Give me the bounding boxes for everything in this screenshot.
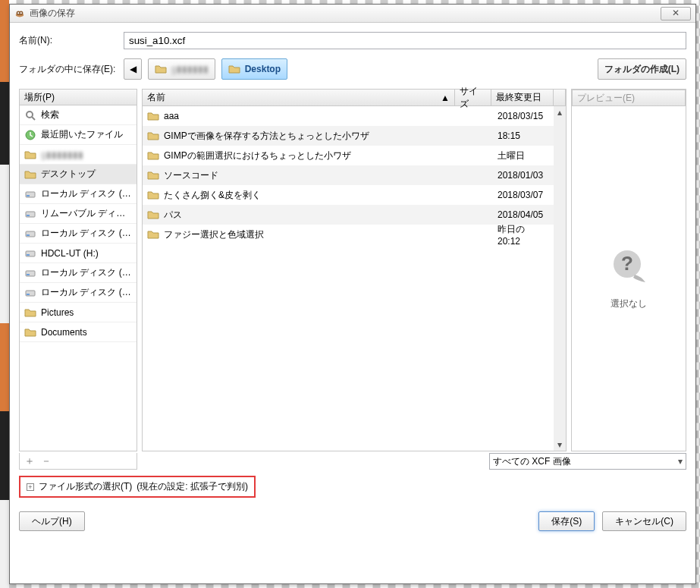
cancel-button[interactable]: キャンセル(C) — [602, 511, 686, 531]
column-spacer — [554, 90, 566, 105]
places-panel: 場所(P) 検索最近開いたファイルg▮▮▮▮▮▮▮デスクトップローカル ディスク… — [19, 89, 137, 451]
files-header: 名前 ▲ サイズ 最終変更日 — [143, 90, 566, 106]
file-row[interactable]: ファジー選択と色域選択昨日の 20:12 — [143, 225, 554, 244]
svg-text:?: ? — [621, 252, 633, 275]
chevron-down-icon: ▾ — [678, 456, 683, 467]
places-header: 場所(P) — [19, 89, 137, 105]
disk-icon — [24, 188, 36, 200]
places-toolbar: ＋ － — [19, 453, 137, 470]
svg-rect-13 — [27, 234, 30, 236]
file-date: 昨日の 20:12 — [493, 223, 554, 247]
places-item[interactable]: ローカル ディスク (… — [20, 184, 137, 204]
places-list[interactable]: 検索最近開いたファイルg▮▮▮▮▮▮▮デスクトップローカル ディスク (…リムー… — [19, 105, 137, 451]
path-segment-label: g▮▮▮▮▮▮ — [171, 64, 209, 74]
places-item[interactable]: HDCL-UT (H:) — [20, 244, 137, 263]
file-row[interactable]: ソースコード2018/01/03 — [143, 165, 554, 185]
places-item[interactable]: g▮▮▮▮▮▮▮ — [20, 145, 137, 165]
close-button[interactable]: ✕ — [661, 7, 691, 20]
svg-point-4 — [20, 12, 22, 14]
file-name-label: パス — [164, 209, 182, 222]
svg-rect-19 — [27, 294, 30, 295]
disk-icon — [24, 228, 36, 240]
file-row[interactable]: GIMPで画像を保存する方法とちょっとした小ワザ18:15 — [143, 126, 554, 146]
folder-icon — [24, 168, 36, 181]
save-button[interactable]: 保存(S) — [538, 511, 595, 531]
name-label: 名前(N): — [19, 34, 118, 47]
preview-body: ? 選択なし — [572, 106, 686, 451]
places-item-label: ローカル ディスク (… — [41, 286, 131, 299]
places-item[interactable]: リムーバブル ディ… — [20, 204, 137, 224]
file-date: 2018/03/07 — [493, 190, 554, 200]
scrollbar[interactable]: ▴ ▾ — [554, 106, 566, 451]
path-segment-desktop[interactable]: Desktop — [221, 58, 287, 80]
file-row[interactable]: パス2018/04/05 — [143, 205, 554, 225]
folder-icon — [147, 130, 159, 142]
bottom-row: ＋ － すべての XCF 画像 ▾ — [19, 453, 686, 470]
disk-icon — [24, 287, 36, 299]
filetype-label: ファイル形式の選択(T) — [39, 480, 132, 493]
folder-row: フォルダの中に保存(E): ◀ g▮▮▮▮▮▮ Desktop フォルダの作成(… — [19, 58, 686, 80]
svg-line-6 — [32, 117, 35, 120]
question-icon: ? — [609, 247, 648, 287]
disk-icon — [24, 208, 36, 220]
file-row[interactable]: たくさん捌く&皮を剥く2018/03/07 — [143, 185, 554, 205]
places-item-label: HDCL-UT (H:) — [41, 248, 99, 259]
places-item-label: Documents — [41, 327, 87, 338]
sort-asc-icon: ▲ — [441, 93, 450, 103]
places-item[interactable]: デスクトップ — [20, 165, 137, 184]
help-button[interactable]: ヘルプ(H) — [19, 511, 85, 531]
svg-rect-15 — [27, 254, 30, 256]
places-item[interactable]: 最近開いたファイル — [20, 125, 137, 145]
file-type-filter[interactable]: すべての XCF 画像 ▾ — [489, 453, 686, 470]
places-item[interactable]: Documents — [20, 322, 137, 342]
create-folder-button[interactable]: フォルダの作成(L) — [598, 58, 686, 80]
remove-icon[interactable]: － — [41, 454, 52, 468]
search-icon — [24, 109, 36, 121]
folder-icon — [147, 149, 159, 162]
file-date: 2018/03/15 — [493, 111, 554, 121]
path-back-button[interactable]: ◀ — [124, 58, 142, 80]
chevron-left-icon: ◀ — [130, 64, 137, 74]
desktop-background-strip — [0, 0, 9, 588]
column-size[interactable]: サイズ — [455, 90, 491, 105]
file-row[interactable]: GIMPの範囲選択におけるちょっとした小ワザ土曜日 — [143, 146, 554, 165]
name-row: 名前(N): — [19, 32, 686, 49]
places-item[interactable]: Pictures — [20, 303, 137, 322]
folder-icon — [147, 110, 159, 122]
folder-icon — [228, 63, 240, 75]
folder-icon — [147, 228, 159, 241]
places-item[interactable]: ローカル ディスク (… — [20, 224, 137, 244]
filename-input[interactable] — [124, 32, 686, 49]
svg-point-5 — [27, 112, 33, 118]
folder-icon — [24, 326, 36, 338]
preview-header: プレビュー(E) — [572, 90, 686, 106]
folder-icon — [24, 149, 36, 161]
folder-icon — [147, 169, 159, 181]
filetype-expander[interactable]: + ファイル形式の選択(T) (現在の設定: 拡張子で判別) — [19, 476, 256, 498]
places-item[interactable]: ローカル ディスク (… — [20, 283, 137, 303]
folder-icon — [147, 189, 159, 201]
svg-rect-11 — [27, 215, 30, 216]
places-item-label: ローカル ディスク (… — [41, 227, 131, 240]
file-row[interactable]: aaa2018/03/15 — [143, 106, 554, 126]
path-segment-label: Desktop — [245, 64, 281, 74]
add-icon[interactable]: ＋ — [24, 454, 35, 468]
places-item-label: Pictures — [41, 307, 74, 318]
places-item-label: 検索 — [41, 108, 59, 121]
path-segment-user[interactable]: g▮▮▮▮▮▮ — [148, 58, 215, 80]
files-panel: 名前 ▲ サイズ 最終変更日 aaa2018/03/15GIMPで画像を保存する… — [142, 89, 567, 451]
file-list[interactable]: aaa2018/03/15GIMPで画像を保存する方法とちょっとした小ワザ18:… — [143, 106, 554, 451]
svg-rect-9 — [27, 195, 30, 197]
column-name[interactable]: 名前 ▲ — [143, 90, 455, 105]
app-icon — [14, 8, 25, 19]
filetype-hint: (現在の設定: 拡張子で判別) — [137, 480, 248, 493]
scroll-up-icon[interactable]: ▴ — [554, 106, 566, 118]
file-name-label: ソースコード — [164, 169, 218, 182]
file-name-label: たくさん捌く&皮を剥く — [164, 189, 261, 202]
filter-label: すべての XCF 画像 — [493, 455, 571, 468]
file-date: 18:15 — [493, 130, 554, 141]
places-item[interactable]: ローカル ディスク (… — [20, 263, 137, 283]
places-item[interactable]: 検索 — [20, 105, 137, 125]
column-modified[interactable]: 最終変更日 — [491, 90, 554, 105]
scroll-down-icon[interactable]: ▾ — [554, 439, 566, 451]
